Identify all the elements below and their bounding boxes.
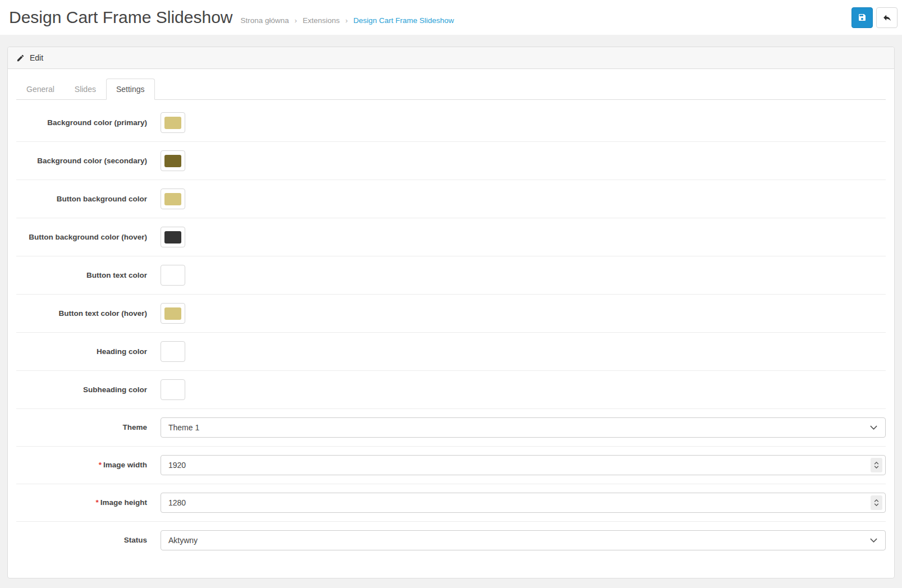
tab-slides-item: Slides	[65, 79, 106, 100]
status-select[interactable]: Aktywny	[161, 530, 886, 550]
form-row-image-height: *Image height	[16, 484, 886, 522]
theme-select-value: Theme 1	[168, 423, 199, 432]
page-title: Design Cart Frame Slideshow	[9, 8, 232, 27]
tab-slides[interactable]: Slides	[65, 79, 106, 100]
tab-settings-item: Settings	[106, 79, 155, 100]
form-row-image-width: *Image width	[16, 447, 886, 484]
color-swatch	[164, 231, 181, 244]
reply-arrow-icon	[882, 13, 892, 22]
image-height-input[interactable]	[161, 493, 886, 513]
field-label: *Image height	[16, 498, 161, 508]
subheading-color-picker[interactable]	[161, 379, 185, 400]
color-swatch	[164, 117, 181, 129]
field-label: Button background color	[16, 194, 161, 204]
edit-panel: Edit General Slides Settings Background …	[7, 47, 895, 578]
field-label: Button background color (hover)	[16, 232, 161, 242]
form-row-button-background-color-hover: Button background color (hover)	[16, 218, 886, 256]
tab-bar: General Slides Settings	[16, 79, 886, 100]
form-row-button-background-color: Button background color	[16, 180, 886, 218]
field-label: Theme	[16, 422, 161, 433]
breadcrumb-extensions[interactable]: Extensions	[303, 16, 340, 25]
breadcrumb-separator: ›	[295, 16, 297, 25]
number-spinner[interactable]	[871, 458, 882, 472]
floppy-disk-icon	[858, 13, 867, 22]
required-asterisk: *	[95, 498, 98, 507]
field-label: Heading color	[16, 347, 161, 357]
background-primary-color-picker[interactable]	[161, 112, 185, 133]
form-row-status: Status Aktywny	[16, 522, 886, 559]
save-button[interactable]	[851, 7, 873, 28]
back-button[interactable]	[876, 7, 898, 28]
form-row-subheading-color: Subheading color	[16, 371, 886, 409]
panel-heading: Edit	[8, 47, 894, 69]
field-label: *Image width	[16, 460, 161, 470]
settings-form: Background color (primary) Background co…	[16, 104, 886, 559]
field-label: Button text color	[16, 270, 161, 281]
form-row-theme: Theme Theme 1	[16, 409, 886, 447]
number-spinner[interactable]	[871, 495, 882, 510]
breadcrumb-home[interactable]: Strona główna	[240, 16, 289, 25]
background-secondary-color-picker[interactable]	[161, 150, 185, 171]
field-label: Background color (primary)	[16, 118, 161, 128]
image-width-input[interactable]	[161, 455, 886, 475]
color-swatch	[164, 155, 181, 167]
form-row-background-color-secondary: Background color (secondary)	[16, 142, 886, 180]
status-select-value: Aktywny	[168, 536, 198, 545]
pencil-icon	[16, 54, 25, 62]
breadcrumb-separator: ›	[345, 16, 347, 25]
form-row-background-color-primary: Background color (primary)	[16, 104, 886, 142]
panel-heading-title: Edit	[30, 53, 43, 62]
theme-select[interactable]: Theme 1	[161, 417, 886, 438]
tab-general[interactable]: General	[16, 79, 65, 100]
tab-settings[interactable]: Settings	[106, 79, 155, 100]
tab-general-item: General	[16, 79, 65, 100]
page-header: Design Cart Frame Slideshow Strona główn…	[0, 0, 902, 35]
field-label: Status	[16, 535, 161, 545]
color-swatch	[164, 193, 181, 205]
form-row-button-text-color-hover: Button text color (hover)	[16, 295, 886, 333]
heading-color-picker[interactable]	[161, 341, 185, 362]
button-background-hover-color-picker[interactable]	[161, 227, 185, 247]
color-swatch	[164, 346, 181, 358]
header-actions	[851, 7, 898, 28]
breadcrumb: Strona główna › Extensions › Design Cart…	[240, 16, 454, 25]
field-label: Subheading color	[16, 385, 161, 395]
field-label: Button text color (hover)	[16, 309, 161, 319]
chevron-down-icon	[870, 538, 877, 543]
panel-body: General Slides Settings Background color…	[8, 69, 894, 578]
form-row-button-text-color: Button text color	[16, 256, 886, 295]
breadcrumb-current[interactable]: Design Cart Frame Slideshow	[354, 16, 454, 25]
form-row-heading-color: Heading color	[16, 333, 886, 371]
required-asterisk: *	[99, 461, 102, 469]
button-text-color-picker[interactable]	[161, 265, 185, 286]
chevron-down-icon	[870, 425, 877, 430]
color-swatch	[164, 269, 181, 282]
field-label: Background color (secondary)	[16, 156, 161, 166]
button-background-color-picker[interactable]	[161, 189, 185, 209]
color-swatch	[164, 384, 181, 396]
button-text-hover-color-picker[interactable]	[161, 303, 185, 324]
color-swatch	[164, 307, 181, 320]
header-left: Design Cart Frame Slideshow Strona główn…	[9, 8, 851, 27]
